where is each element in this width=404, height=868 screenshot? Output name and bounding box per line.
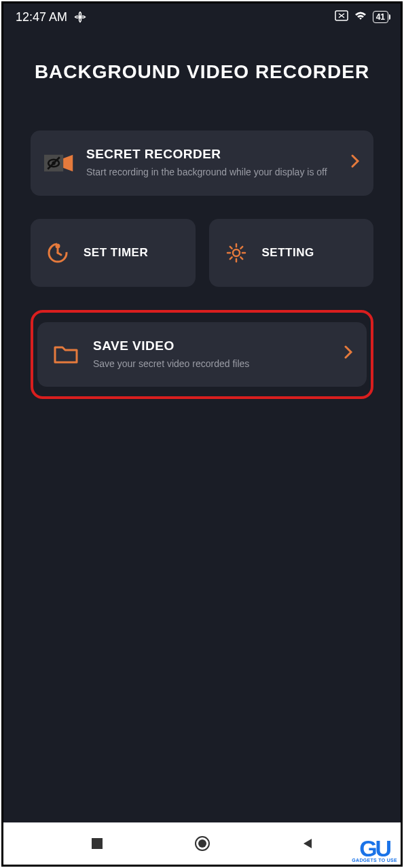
pinwheel-icon <box>74 11 86 23</box>
svg-rect-8 <box>92 838 103 849</box>
timer-icon <box>43 238 73 268</box>
setting-title: SETTING <box>262 246 314 260</box>
set-timer-title: SET TIMER <box>84 246 148 260</box>
svg-point-6 <box>56 245 59 247</box>
rotate-lock-icon <box>335 10 348 24</box>
set-timer-card[interactable]: SET TIMER <box>31 219 196 287</box>
folder-icon <box>51 339 81 369</box>
nav-recents-button[interactable] <box>89 835 105 852</box>
save-video-title: SAVE VIDEO <box>93 338 331 353</box>
gear-icon <box>221 238 251 268</box>
save-video-subtitle: Save your secret video recorded files <box>93 358 331 371</box>
status-bar: 12:47 AM 41 <box>3 3 401 31</box>
camera-hidden-icon <box>44 148 74 178</box>
nav-back-button[interactable] <box>299 835 316 852</box>
battery-indicator: 41 <box>373 11 388 23</box>
watermark-text: GADGETS TO USE <box>352 858 397 863</box>
svg-point-10 <box>198 839 206 848</box>
secret-recorder-title: SECRET RECORDER <box>86 147 338 162</box>
secret-recorder-card[interactable]: SECRET RECORDER Start recording in the b… <box>31 131 373 196</box>
app-title: BACKGROUND VIDEO RECORDER <box>31 61 373 83</box>
navigation-bar <box>3 822 401 865</box>
wifi-icon <box>354 10 367 24</box>
save-video-card[interactable]: SAVE VIDEO Save your secret video record… <box>37 322 367 387</box>
chevron-right-icon <box>350 154 360 173</box>
secret-recorder-subtitle: Start recording in the background while … <box>86 166 338 179</box>
svg-point-7 <box>233 249 240 256</box>
nav-home-button[interactable] <box>194 835 210 852</box>
app-content: BACKGROUND VIDEO RECORDER SECRET RECORDE… <box>3 31 401 822</box>
status-time: 12:47 AM <box>16 10 67 24</box>
phone-frame: 12:47 AM 41 BACKGROUND VIDEO <box>1 1 403 867</box>
highlight-box: SAVE VIDEO Save your secret video record… <box>31 310 373 400</box>
setting-card[interactable]: SETTING <box>209 219 374 287</box>
watermark-logo: GU <box>359 839 390 858</box>
watermark: GU GADGETS TO USE <box>352 839 397 863</box>
chevron-right-icon <box>344 345 353 364</box>
